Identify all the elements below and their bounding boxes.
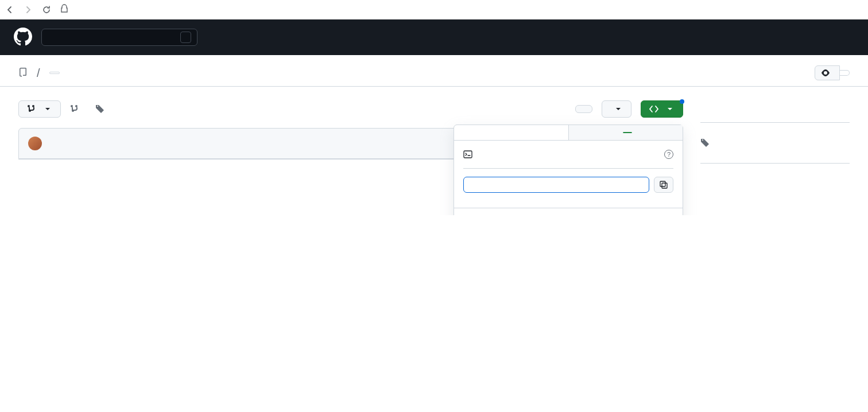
visibility-badge — [49, 72, 60, 74]
code-button[interactable] — [641, 100, 683, 118]
browser-toolbar — [0, 0, 868, 20]
download-zip[interactable] — [454, 208, 683, 215]
about-section — [700, 110, 850, 123]
branches-link[interactable] — [70, 104, 86, 114]
copy-icon — [659, 180, 668, 189]
repo-icon — [18, 67, 28, 80]
forward-button[interactable] — [23, 5, 33, 15]
help-icon[interactable]: ? — [664, 150, 673, 159]
code-icon — [649, 104, 658, 114]
branch-icon — [70, 104, 79, 114]
new-badge — [623, 132, 632, 133]
avatar[interactable] — [28, 137, 42, 150]
copy-button[interactable] — [654, 177, 673, 193]
tags-link[interactable] — [95, 104, 111, 114]
add-file-button[interactable] — [602, 100, 631, 118]
packages-section — [700, 176, 850, 189]
code-popover: ? — [454, 125, 683, 215]
repo-title: / — [18, 67, 60, 80]
back-button[interactable] — [5, 5, 15, 15]
popover-tab-codespaces[interactable] — [569, 125, 683, 140]
caret-down-icon — [43, 104, 52, 114]
watch-count[interactable] — [840, 70, 850, 76]
svg-rect-1 — [662, 183, 667, 188]
repo-tabs — [0, 80, 868, 87]
svg-rect-0 — [464, 151, 472, 158]
branch-icon — [27, 104, 36, 114]
watch-button[interactable] — [815, 65, 840, 80]
lock-icon — [60, 4, 69, 15]
clone-url-input[interactable] — [463, 177, 649, 193]
reload-button[interactable] — [41, 5, 52, 15]
goto-file-button[interactable] — [575, 105, 592, 113]
eye-icon — [821, 68, 830, 77]
github-header — [0, 20, 868, 55]
releases-section — [700, 135, 850, 164]
slash-key-icon — [180, 32, 191, 43]
caret-down-icon — [665, 104, 675, 114]
caret-down-icon — [614, 104, 623, 114]
tag-icon — [700, 138, 710, 147]
github-logo[interactable] — [14, 28, 32, 48]
search-input[interactable] — [48, 33, 180, 42]
terminal-icon — [463, 150, 472, 159]
search-box[interactable] — [41, 29, 197, 46]
address-bar[interactable] — [60, 4, 73, 15]
branch-select[interactable] — [18, 100, 61, 118]
popover-tab-local[interactable] — [454, 125, 569, 140]
notification-dot — [680, 99, 684, 104]
svg-rect-2 — [660, 181, 665, 186]
releases-tags[interactable] — [700, 135, 850, 150]
tag-icon — [95, 104, 104, 114]
